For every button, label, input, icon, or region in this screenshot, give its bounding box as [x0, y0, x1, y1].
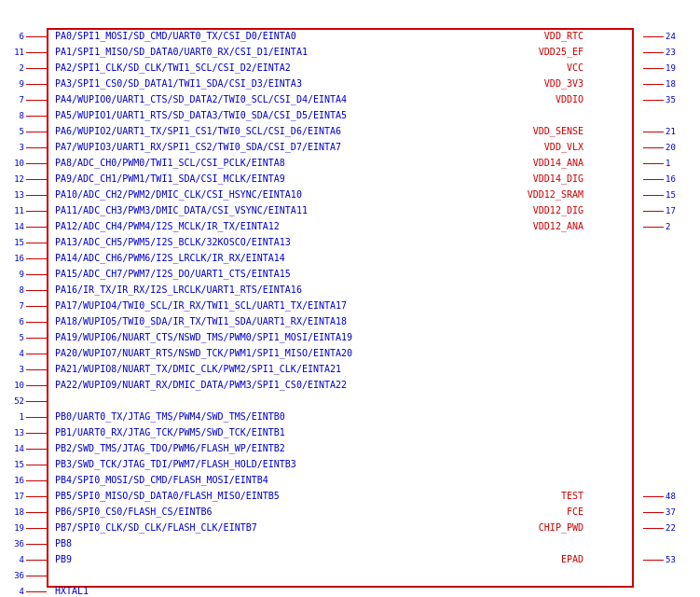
right-pin-row: 1	[587, 155, 680, 171]
pin-line	[26, 417, 47, 418]
signal-label: PB0/UART0_TX/JTAG_TMS/PWM4/SWD_TMS/EINTB…	[55, 411, 285, 422]
right-pin-row: 35	[587, 91, 680, 107]
right-pin-number: 21	[666, 127, 680, 136]
pin-number: 14	[9, 444, 24, 453]
pin-line	[26, 354, 47, 354]
pin-line	[26, 306, 47, 307]
right-pin-row: 21	[587, 123, 680, 139]
pin-number: 14	[9, 222, 24, 231]
right-signal-label: VDD25_EF	[539, 47, 583, 57]
right-pin-line	[643, 147, 664, 148]
right-pin-row	[587, 361, 680, 377]
right-pin-number: 22	[666, 523, 680, 533]
right-pin-line	[643, 560, 664, 561]
right-pin-number: 2	[666, 222, 680, 231]
pin-line	[26, 52, 47, 53]
right-pin-row: 17	[587, 202, 680, 218]
left-pin-row: 11	[9, 44, 51, 60]
right-signal-row	[475, 329, 587, 345]
left-pin-row: 36	[9, 567, 51, 583]
left-pin-row: 14	[9, 218, 51, 234]
right-signal-row: VCC	[475, 60, 587, 76]
right-signal-row	[475, 361, 587, 377]
pin-number: 2	[9, 63, 24, 73]
signal-label: PB1/UART0_RX/JTAG_TCK/PWM5/SWD_TCK/EINTB…	[55, 427, 285, 437]
right-signal-row	[475, 250, 587, 266]
pin-line	[26, 480, 47, 481]
pin-line	[26, 290, 47, 291]
right-signal-row	[475, 266, 587, 282]
right-pin-row: 2	[587, 218, 680, 234]
right-signal-row	[475, 313, 587, 329]
right-signal-row	[475, 393, 587, 409]
signal-label: PB8	[55, 538, 72, 548]
right-pin-number: 16	[666, 174, 680, 184]
pin-number: 6	[9, 32, 24, 41]
pin-number: 15	[9, 238, 24, 247]
pin-number: 1	[9, 412, 24, 422]
right-pin-row: 53	[587, 551, 680, 567]
pin-number: 9	[9, 79, 24, 89]
left-pin-row: 12	[9, 171, 51, 187]
signal-label: PA7/WUPIO3/UART1_RX/SPI1_CS2/TWI0_SDA/CS…	[55, 142, 341, 152]
right-signal-row: FCE	[475, 504, 587, 520]
left-pin-row: 8	[9, 107, 51, 123]
pins-right: 242319183521201161517248372253	[587, 28, 680, 588]
right-signal-label: VDD12_ANA	[533, 221, 583, 231]
left-pin-row: 18	[9, 504, 51, 520]
right-pin-row	[587, 266, 680, 282]
signal-label: PA13/ADC_CH5/PWM5/I2S_BCLK/32KOSCO/EINTA…	[55, 237, 291, 247]
right-signal-row	[475, 107, 587, 123]
left-pin-row: 52	[9, 393, 51, 409]
left-pin-row: 3	[9, 361, 51, 377]
pin-line	[26, 100, 47, 101]
pin-number: 16	[9, 476, 24, 485]
signal-label: PA1/SPI1_MISO/SD_DATA0/UART0_RX/CSI_D1/E…	[55, 47, 308, 57]
pin-number: 13	[9, 428, 24, 437]
signal-label: PA6/WUPIO2/UART1_TX/SPI1_CS1/TWI0_SCL/CS…	[55, 126, 341, 136]
left-pin-row: 13	[9, 424, 51, 440]
right-pin-line	[643, 195, 664, 196]
pin-line	[26, 84, 47, 85]
left-pin-row: 13	[9, 187, 51, 202]
pin-number: 17	[9, 492, 24, 501]
left-pin-row: 7	[9, 298, 51, 313]
pin-line	[26, 496, 47, 497]
pin-number: 12	[9, 174, 24, 184]
left-pin-row: 10	[9, 377, 51, 393]
right-signal-label: VDD_3V3	[544, 78, 583, 89]
pin-number: 16	[9, 254, 24, 263]
right-pin-number: 15	[666, 190, 680, 200]
right-signal-row	[475, 282, 587, 298]
pin-number: 19	[9, 523, 24, 533]
pin-number: 4	[9, 587, 24, 596]
right-signal-row	[475, 298, 587, 313]
left-pin-row: 16	[9, 250, 51, 266]
right-pin-number: 23	[666, 48, 680, 57]
left-pin-row: 9	[9, 266, 51, 282]
right-pin-row: 19	[587, 60, 680, 76]
left-pin-row: 4	[9, 345, 51, 361]
right-pin-row: 23	[587, 44, 680, 60]
pin-number: 5	[9, 333, 24, 342]
pin-line	[26, 591, 47, 592]
right-pin-row	[587, 298, 680, 313]
right-pin-line	[643, 68, 664, 69]
pin-line	[26, 401, 47, 402]
pin-number: 10	[9, 159, 24, 168]
left-pin-row: 16	[9, 472, 51, 488]
right-pin-number: 53	[666, 555, 680, 564]
pin-number: 13	[9, 190, 24, 200]
right-pin-row: 15	[587, 187, 680, 202]
signal-row: HXTAL1	[51, 583, 573, 597]
right-pin-line	[643, 132, 664, 132]
pin-number: 36	[9, 571, 24, 580]
left-pin-row: 9	[9, 76, 51, 91]
signal-label: PB4/SPI0_MOSI/SD_CMD/FLASH_MOSI/EINTB4	[55, 475, 268, 485]
right-signal-label: VDDIO	[556, 94, 583, 104]
left-pin-row: 4	[9, 551, 51, 567]
signal-label: PA21/WUPIO8/NUART_TX/DMIC_CLK/PWM2/SPI1_…	[55, 364, 341, 374]
pin-number: 7	[9, 95, 24, 104]
right-pin-line	[643, 36, 664, 37]
signal-label: PA14/ADC_CH6/PWM6/I2S_LRCLK/IR_RX/EINTA1…	[55, 253, 285, 263]
